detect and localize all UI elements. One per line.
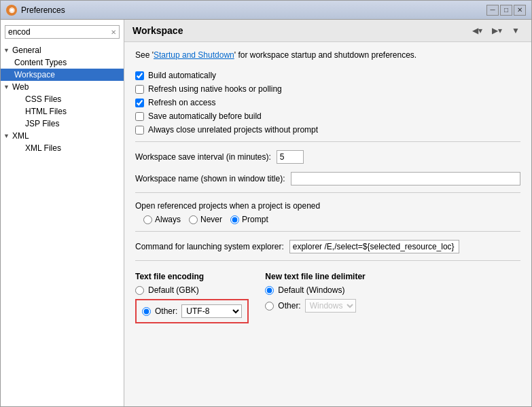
sidebar-item-css-files[interactable]: CSS Files: [1, 93, 124, 105]
separator-2: [135, 192, 520, 193]
sidebar-item-content-types[interactable]: Content Types: [1, 56, 124, 69]
back-button[interactable]: ◀▾: [469, 24, 486, 37]
checkbox-refresh-access-label: Refresh on access: [148, 98, 215, 107]
checkbox-close-unrelated-label: Always close unrelated projects without …: [148, 125, 318, 135]
checkbox-save-auto-input[interactable]: [135, 112, 144, 121]
radio-encoding-default: Default (GBK): [135, 285, 249, 295]
main-content: ✕ ▼ General Content Types Workspace: [1, 20, 531, 406]
sidebar-item-xml-files[interactable]: XML Files: [1, 142, 124, 154]
radio-encoding-other-input[interactable]: [142, 307, 151, 316]
radio-encoding-other-row: Other: UTF-8 UTF-16 ISO-8859-1 US-ASCII: [142, 304, 242, 318]
save-interval-label: Workspace save interval (in minutes):: [135, 152, 271, 162]
radio-encoding-default-input[interactable]: [135, 286, 144, 295]
workspace-name-input[interactable]: [291, 172, 520, 185]
command-label: Command for launching system explorer:: [135, 242, 284, 251]
radio-prompt-input[interactable]: [230, 215, 239, 224]
checkbox-build-auto: Build automatically: [135, 71, 520, 80]
radio-prompt: Prompt: [230, 215, 268, 224]
sidebar-item-web[interactable]: ▼ Web: [1, 81, 124, 93]
title-bar: ◉ Preferences ─ □ ✕: [1, 1, 531, 20]
separator-3: [135, 231, 520, 232]
radio-encoding-other-label: Other:: [155, 306, 177, 316]
panel-body: See 'Startup and Shutdown' for workspace…: [124, 42, 531, 406]
workspace-name-group: Workspace name (shown in window title):: [135, 172, 520, 185]
title-bar-controls: ─ □ ✕: [486, 5, 526, 16]
checkbox-refresh-native: Refresh using native hooks or polling: [135, 84, 520, 94]
close-button[interactable]: ✕: [514, 5, 526, 16]
sidebar-label-web: Web: [12, 82, 29, 92]
search-input[interactable]: [8, 27, 111, 37]
checkbox-save-auto-label: Save automatically before build: [148, 111, 262, 121]
app-icon: ◉: [6, 5, 17, 16]
radio-delim-other-input[interactable]: [265, 302, 274, 311]
radio-delim-other: Other: Windows Unix Mac: [265, 299, 365, 313]
save-interval-group: Workspace save interval (in minutes):: [135, 150, 520, 164]
description: See 'Startup and Shutdown' for workspace…: [135, 50, 520, 60]
panel-toolbar: ◀▾ ▶▾ ▼: [469, 24, 523, 37]
encoding-select[interactable]: UTF-8 UTF-16 ISO-8859-1 US-ASCII: [181, 304, 242, 318]
open-ref-label: Open referenced projects when a project …: [135, 201, 520, 211]
sidebar: ✕ ▼ General Content Types Workspace: [1, 20, 124, 406]
sidebar-item-general[interactable]: ▼ General: [1, 44, 124, 56]
line-delimiter-title: New text file line delimiter: [265, 272, 365, 281]
checkbox-build-auto-input[interactable]: [135, 71, 144, 80]
checkbox-refresh-native-input[interactable]: [135, 85, 144, 94]
checkbox-build-auto-label: Build automatically: [148, 71, 216, 80]
desc-suffix: ' for workspace startup and shutdown pre…: [234, 50, 416, 60]
encoding-title: Text file encoding: [135, 272, 249, 281]
forward-button[interactable]: ▶▾: [489, 24, 506, 37]
sidebar-label-content-types: Content Types: [14, 58, 67, 67]
expand-arrow-web: ▼: [3, 84, 10, 90]
panel-title: Workspace: [132, 25, 183, 36]
desc-prefix: See ': [135, 50, 154, 60]
radio-always-input[interactable]: [143, 215, 152, 224]
sidebar-item-xml[interactable]: ▼ XML: [1, 130, 124, 142]
preferences-window: ◉ Preferences ─ □ ✕ ✕ ▼ General: [0, 0, 532, 407]
encoding-section: Text file encoding Default (GBK) Other: …: [135, 272, 249, 323]
radio-always: Always: [143, 215, 181, 224]
sidebar-label-general: General: [12, 46, 41, 55]
checkbox-close-unrelated: Always close unrelated projects without …: [135, 125, 520, 135]
title-bar-left: ◉ Preferences: [6, 5, 65, 16]
separator-1: [135, 141, 520, 142]
radio-never-input[interactable]: [189, 215, 198, 224]
tree: ▼ General Content Types Workspace ▼ Web: [1, 43, 124, 404]
sidebar-item-jsp-files[interactable]: JSP Files: [1, 118, 124, 130]
command-group: Command for launching system explorer:: [135, 240, 520, 253]
sidebar-label-xml: XML: [12, 131, 29, 141]
radio-delim-default: Default (Windows): [265, 285, 365, 295]
line-delimiter-section: New text file line delimiter Default (Wi…: [265, 272, 365, 323]
open-ref-radio-group: Always Never Prompt: [143, 215, 520, 224]
command-input[interactable]: [289, 240, 459, 253]
radio-always-label: Always: [155, 215, 181, 224]
search-box[interactable]: ✕: [5, 25, 120, 39]
expand-arrow-general: ▼: [3, 47, 10, 54]
search-clear-icon[interactable]: ✕: [111, 29, 116, 36]
encoding-other-box: Other: UTF-8 UTF-16 ISO-8859-1 US-ASCII: [135, 299, 249, 323]
workspace-name-label: Workspace name (shown in window title):: [135, 174, 285, 183]
maximize-button[interactable]: □: [500, 5, 512, 16]
sidebar-label-css-files: CSS Files: [25, 94, 61, 104]
minimize-button[interactable]: ─: [486, 5, 499, 16]
radio-delim-default-input[interactable]: [265, 286, 274, 295]
sidebar-label-xml-files: XML Files: [25, 143, 61, 153]
checkbox-refresh-access: Refresh on access: [135, 98, 520, 107]
line-delim-select[interactable]: Windows Unix Mac: [305, 299, 356, 313]
radio-delim-default-label: Default (Windows): [278, 285, 344, 295]
open-ref-section: Open referenced projects when a project …: [135, 201, 520, 224]
checkbox-save-auto: Save automatically before build: [135, 111, 520, 121]
toolbar-menu-button[interactable]: ▼: [508, 24, 523, 37]
checkbox-refresh-native-label: Refresh using native hooks or polling: [148, 84, 282, 94]
checkbox-refresh-access-input[interactable]: [135, 99, 144, 107]
right-panel: Workspace ◀▾ ▶▾ ▼ See 'Startup and Shutd…: [124, 20, 531, 406]
sidebar-label-html-files: HTML Files: [25, 107, 67, 116]
save-interval-input[interactable]: [277, 150, 304, 164]
sidebar-item-html-files[interactable]: HTML Files: [1, 105, 124, 118]
two-col-section: Text file encoding Default (GBK) Other: …: [135, 272, 520, 323]
checkbox-close-unrelated-input[interactable]: [135, 126, 144, 135]
radio-never: Never: [189, 215, 222, 224]
expand-arrow-xml: ▼: [3, 132, 10, 139]
sidebar-item-workspace[interactable]: Workspace: [1, 69, 124, 81]
startup-shutdown-link[interactable]: Startup and Shutdown: [154, 50, 234, 60]
separator-4: [135, 260, 520, 261]
